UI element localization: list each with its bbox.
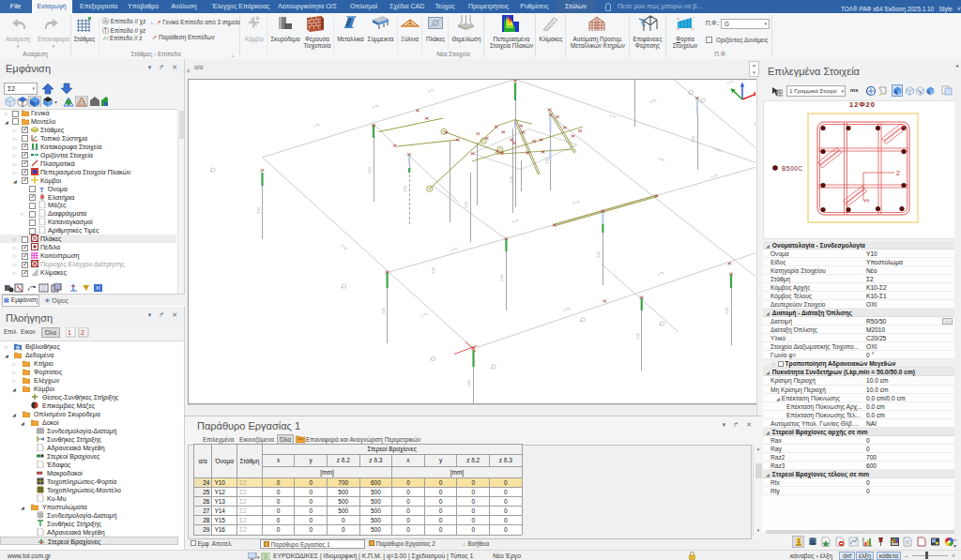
svg-text:12Φ20: 12Φ20	[849, 100, 876, 109]
svg-text:3.04: 3.04	[545, 158, 549, 164]
svg-text:4.70: 4.70	[511, 219, 519, 224]
svg-text:3.04: 3.04	[382, 308, 386, 314]
svg-text:3.04: 3.04	[510, 176, 513, 183]
svg-text:3.04: 3.04	[368, 167, 372, 174]
svg-text:▾: ▾	[54, 99, 57, 105]
svg-text:3.04: 3.04	[432, 267, 435, 274]
svg-text:4.70: 4.70	[726, 80, 734, 85]
svg-text:3.04: 3.04	[597, 251, 601, 258]
svg-text:1: 1	[68, 329, 71, 336]
svg-text:2: 2	[81, 329, 84, 336]
svg-text:4.70: 4.70	[657, 271, 664, 277]
svg-text:4.70: 4.70	[372, 104, 379, 110]
svg-text:4.70: 4.70	[420, 312, 428, 318]
svg-text:3.04: 3.04	[500, 275, 504, 281]
svg-text:Β500C: Β500C	[782, 165, 802, 172]
svg-text:3.04: 3.04	[725, 308, 729, 314]
svg-text:4.70: 4.70	[313, 123, 320, 129]
svg-text:B: B	[16, 345, 20, 351]
svg-text:4.70: 4.70	[572, 200, 580, 205]
svg-text:3.04: 3.04	[636, 333, 640, 340]
svg-text:4.70: 4.70	[658, 157, 665, 162]
svg-text:4.70: 4.70	[340, 244, 347, 251]
svg-text:3.04: 3.04	[404, 186, 407, 192]
svg-text:▾: ▾	[257, 554, 260, 560]
svg-text:3.04: 3.04	[692, 136, 695, 143]
svg-text:4.70: 4.70	[649, 98, 657, 104]
svg-text:3: 3	[863, 199, 870, 203]
svg-text:4.70: 4.70	[563, 307, 571, 312]
svg-text:3.04: 3.04	[257, 207, 261, 214]
svg-text:4.70: 4.70	[450, 247, 458, 252]
svg-text:2: 2	[896, 170, 900, 176]
svg-text:4.70: 4.70	[609, 114, 617, 119]
svg-text:3.04: 3.04	[467, 380, 471, 386]
svg-text:4.70: 4.70	[427, 88, 435, 94]
svg-text:4.70: 4.70	[714, 147, 722, 153]
svg-text:3.04: 3.04	[465, 202, 468, 208]
svg-text:T: T	[39, 185, 44, 192]
